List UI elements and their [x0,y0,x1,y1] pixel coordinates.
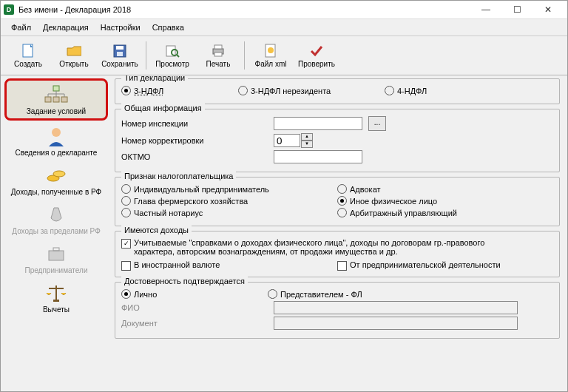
radio-dot-icon [121,184,131,194]
check-foreign-currency[interactable]: В иностранной валюте [121,260,337,271]
correction-spinner[interactable]: ▲▼ [274,133,313,148]
sidebar-item-conditions[interactable]: Задание условий [4,78,108,121]
briefcase-icon [44,243,69,265]
svg-line-6 [177,55,179,57]
radio-4ndfl[interactable]: 4-НДФЛ [385,86,427,95]
main-body: Задание условий Сведения о декларанте До… [1,75,567,391]
spin-down-icon[interactable]: ▼ [301,141,313,148]
radio-farm[interactable]: Глава фермерского хозяйства [121,196,337,206]
sidebar-item-label: Доходы, полученные в РФ [11,188,101,196]
folder-open-icon [67,44,81,58]
svg-rect-25 [53,248,59,251]
radio-dot-icon [121,196,131,206]
correction-input[interactable] [274,134,300,147]
xml-button[interactable]: Файл xml [248,39,294,72]
print-button[interactable]: Печать [195,39,241,72]
label-doc: Документ [121,319,173,328]
radio-dot-icon [385,86,394,95]
sidebar-item-entrepreneurs[interactable]: Предприниматели [7,240,106,277]
svg-rect-15 [61,97,67,102]
group-decl-type: Тип декларации 3-НДФЛ 3-НДФЛ нерезидента… [115,78,560,104]
inspection-browse-button[interactable]: ... [368,116,386,131]
menu-file[interactable]: Файл [5,21,37,33]
save-icon [112,44,127,58]
hierarchy-icon [44,84,69,106]
sidebar-item-label: Доходы за пределами РФ [12,227,100,235]
preview-button[interactable]: Просмотр [149,39,195,72]
close-button[interactable]: ✕ [538,3,558,16]
doc-input [274,317,518,330]
maximize-button[interactable]: ☐ [507,3,527,16]
coins-icon [44,164,69,186]
radio-ip[interactable]: Индивидуальный предприниматель [121,184,337,194]
group-general: Общая информация Номер инспекции ... Ном… [115,109,560,172]
window-title: Без имени - Декларация 2018 [18,5,476,14]
group-payer: Признак налогоплательщика Индивидуальный… [115,177,560,226]
sidebar-item-label: Задание условий [27,107,86,115]
svg-rect-9 [214,53,222,56]
check-icon [309,44,324,58]
oktmo-input[interactable] [274,150,362,163]
fio-input [274,301,518,314]
svg-rect-12 [53,86,59,91]
sidebar-item-income-rf[interactable]: Доходы, полученные в РФ [7,161,106,199]
radio-arb[interactable]: Арбитражный управляющий [337,208,553,217]
label-inspection: Номер инспекции [121,119,217,128]
label-oktmo: ОКТМО [121,152,217,161]
label-fio: ФИО [121,303,173,312]
sidebar-item-label: Предприниматели [25,266,88,274]
person-icon [44,125,69,147]
app-window: D Без имени - Декларация 2018 ― ☐ ✕ Файл… [0,0,568,392]
checkbox-icon [121,239,131,249]
radio-dot-icon [238,86,248,95]
open-button[interactable]: Открыть [51,39,97,72]
check-business[interactable]: От предпринимательской деятельности [337,260,553,271]
group-legend: Признак налогоплательщика [121,172,236,180]
preview-icon [165,44,180,58]
scales-icon [44,282,69,304]
check-button[interactable]: Проверить [294,39,339,72]
save-button[interactable]: Сохранить [97,39,143,72]
content-pane: Тип декларации 3-НДФЛ 3-НДФЛ нерезидента… [112,75,567,391]
radio-self[interactable]: Лично [121,289,262,299]
svg-rect-2 [116,46,124,50]
radio-advocate[interactable]: Адвокат [337,184,553,194]
radio-phys[interactable]: Иное физическое лицо [337,196,553,206]
sidebar-item-deductions[interactable]: Вычеты [7,279,106,317]
menu-help[interactable]: Справка [146,21,190,33]
radio-3ndfl-nonres[interactable]: 3-НДФЛ нерезидента [238,86,379,95]
svg-rect-8 [214,45,222,49]
spin-up-icon[interactable]: ▲ [301,133,313,141]
radio-rep[interactable]: Представителем - ФЛ [268,289,362,299]
xml-icon [263,44,278,58]
print-icon [211,44,226,58]
sidebar-item-income-foreign[interactable]: Доходы за пределами РФ [7,200,106,238]
group-legend: Общая информация [121,104,205,112]
menu-settings[interactable]: Настройки [95,21,146,33]
radio-3ndfl[interactable]: 3-НДФЛ [121,86,232,95]
create-button[interactable]: Создать [5,39,51,72]
app-icon: D [4,4,14,15]
checkbox-icon [121,261,131,271]
sidebar: Задание условий Сведения о декларанте До… [1,75,112,391]
svg-rect-28 [53,300,59,302]
menubar: Файл Декларация Настройки Справка [1,19,567,36]
svg-rect-24 [49,251,64,260]
svg-point-23 [53,171,65,177]
sidebar-item-declarant[interactable]: Сведения о декларанте [7,122,106,160]
new-file-icon [21,44,36,58]
radio-dot-icon [337,208,347,217]
inspection-input[interactable] [274,117,362,130]
toolbar: Создать Открыть Сохранить Просмотр Печат… [1,36,567,75]
sidebar-item-label: Сведения о декларанте [16,149,98,157]
svg-rect-13 [45,97,51,102]
minimize-button[interactable]: ― [476,3,496,16]
checkbox-icon [337,261,347,271]
svg-rect-3 [117,52,123,56]
label-correction: Номер корректировки [121,136,217,145]
group-legend: Имеются доходы [121,226,192,234]
radio-dot-icon [337,196,347,206]
menu-declaration[interactable]: Декларация [37,21,95,33]
check-main-income[interactable]: Учитываемые "справками о доходах физичес… [121,238,553,256]
radio-notary[interactable]: Частный нотариус [121,208,337,217]
